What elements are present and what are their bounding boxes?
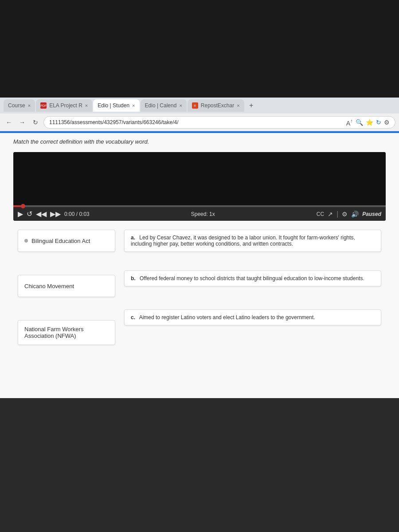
tab-ela-close[interactable]: ×	[85, 103, 88, 108]
matching-exercise: Bilingual Education Act Chicano Movement…	[13, 230, 386, 345]
forward-button[interactable]: →	[17, 117, 27, 128]
term-card-3[interactable]: National Farm Workers Association (NFWA)	[18, 320, 115, 345]
search-icon[interactable]: 🔍	[356, 119, 363, 126]
reload-video-button[interactable]: ↺	[27, 210, 32, 218]
tab-edio-calendar-close[interactable]: ×	[179, 103, 182, 108]
video-player: ▶ ↺ ◀◀ ▶▶ 0:00 / 0:03 Speed: 1x CC ↗ | ⚙…	[13, 152, 386, 221]
address-text: 1111356/assessments/432957/variants/6632…	[49, 119, 343, 125]
refresh-icon[interactable]: ↻	[376, 119, 381, 126]
terms-column: Bilingual Education Act Chicano Movement…	[18, 230, 115, 345]
def-text-c: Aimed to register Latino voters and elec…	[139, 314, 315, 321]
video-progress-bar[interactable]	[13, 205, 386, 207]
favorites-icon[interactable]: ⭐	[366, 119, 373, 126]
video-controls: ▶ ↺ ◀◀ ▶▶ 0:00 / 0:03 Speed: 1x CC ↗ | ⚙…	[13, 207, 386, 221]
bottom-spacer	[0, 354, 399, 398]
term-card-2[interactable]: Chicano Movement	[18, 275, 115, 297]
tab-edio-calendar[interactable]: Edio | Calend ×	[141, 99, 187, 112]
tab-repost-icon: R	[192, 102, 198, 109]
term-label-2: Chicano Movement	[24, 283, 74, 289]
tab-edio-calendar-label: Edio | Calend	[145, 102, 177, 109]
video-time-current: 0:00 / 0:03	[64, 211, 90, 217]
tab-repost[interactable]: R RepostExchar ×	[188, 99, 244, 112]
def-text-a: Led by Cesar Chavez, it was designed to …	[131, 235, 355, 247]
back-button[interactable]: ←	[4, 117, 14, 128]
tab-edio-student-close[interactable]: ×	[132, 103, 135, 108]
settings-icon[interactable]: ⚙	[342, 211, 348, 218]
fast-forward-button[interactable]: ▶▶	[50, 210, 61, 218]
tab-course-close[interactable]: ×	[28, 103, 31, 108]
address-bar-row: ← → ↻ 1111356/assessments/432957/variant…	[0, 113, 399, 131]
def-text-b: Offered federal money to school district…	[140, 275, 364, 282]
terms-spacer-2	[18, 304, 115, 313]
tab-edio-student[interactable]: Edio | Studen ×	[93, 99, 139, 112]
def-card-c[interactable]: c. Aimed to register Latino voters and e…	[124, 309, 381, 325]
read-aloud-icon[interactable]: A↑	[346, 118, 353, 127]
page-content: Match the correct definition with the vo…	[0, 133, 399, 354]
new-tab-button[interactable]: +	[245, 99, 258, 112]
caption-icon[interactable]: CC	[317, 211, 324, 217]
tab-ela-icon: PDF	[40, 102, 47, 109]
tab-repost-close[interactable]: ×	[237, 103, 239, 108]
video-progress-handle[interactable]	[21, 204, 25, 208]
tab-edio-student-label: Edio | Studen	[98, 102, 129, 109]
tab-ela-project[interactable]: PDF ELA Project R ×	[36, 99, 92, 112]
volume-icon[interactable]: 🔊	[351, 211, 359, 218]
tab-repost-label: RepostExchar	[201, 102, 234, 109]
def-letter-a: a.	[131, 235, 135, 241]
tab-ela-label: ELA Project R	[49, 102, 82, 109]
def-letter-c: c.	[131, 314, 135, 321]
address-icons: A↑ 🔍 ⭐ ↻ ⚙	[346, 118, 390, 127]
def-card-b[interactable]: b. Offered federal money to school distr…	[124, 270, 381, 286]
video-paused-status: Paused	[362, 211, 381, 217]
reload-button[interactable]: ↻	[30, 117, 41, 128]
tab-bar: Course × PDF ELA Project R × Edio | Stud…	[0, 98, 399, 113]
video-right-controls: CC ↗ | ⚙ 🔊	[317, 210, 359, 218]
terms-spacer	[18, 259, 115, 268]
term-label-3: National Farm Workers Association (NFWA)	[24, 326, 109, 339]
browser-chrome: Course × PDF ELA Project R × Edio | Stud…	[0, 98, 399, 398]
def-card-a[interactable]: a. Led by Cesar Chavez, it was designed …	[124, 230, 381, 252]
video-progress-fill	[13, 205, 21, 207]
divider: |	[336, 210, 338, 218]
page-instruction: Match the correct definition with the vo…	[13, 138, 386, 145]
definitions-column: a. Led by Cesar Chavez, it was designed …	[124, 230, 381, 345]
tab-course-label: Course	[8, 102, 25, 109]
def-spacer-1	[124, 259, 381, 263]
video-speed-label[interactable]: Speed: 1x	[93, 211, 313, 217]
share-video-icon[interactable]: ↗	[328, 211, 333, 218]
def-letter-b: b.	[131, 275, 136, 282]
rewind-button[interactable]: ◀◀	[36, 210, 47, 218]
browser-menu-icon[interactable]: ⚙	[384, 119, 390, 126]
tab-course[interactable]: Course ×	[4, 99, 35, 112]
video-screen	[13, 152, 386, 205]
term-dot-1	[24, 239, 28, 243]
term-label-1: Bilingual Education Act	[31, 238, 90, 244]
term-card-1[interactable]: Bilingual Education Act	[18, 230, 115, 252]
address-bar[interactable]: 1111356/assessments/432957/variants/6632…	[43, 116, 395, 129]
play-button[interactable]: ▶	[18, 210, 23, 218]
background-top	[0, 0, 399, 98]
def-spacer-2	[124, 293, 381, 302]
